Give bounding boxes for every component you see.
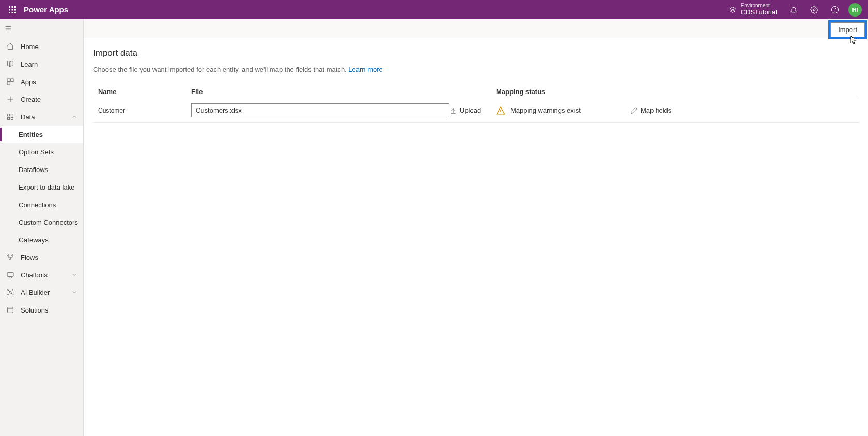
nav-collapse-toggle[interactable]	[0, 19, 83, 38]
svg-rect-20	[8, 114, 10, 116]
grid-header-row: Name File Mapping status	[93, 88, 859, 98]
svg-rect-0	[9, 6, 10, 8]
svg-point-24	[8, 255, 9, 256]
nav-subitem-entities[interactable]: Entities	[0, 126, 83, 143]
svg-point-26	[10, 259, 11, 260]
nav-item-data[interactable]: Data	[0, 108, 83, 126]
flows-icon	[6, 253, 14, 261]
ai-builder-icon	[6, 288, 14, 297]
app-launcher-icon[interactable]	[3, 0, 22, 19]
col-header-status: Mapping status	[496, 88, 630, 96]
svg-line-36	[11, 293, 12, 294]
hamburger-icon	[4, 24, 12, 33]
left-nav: Home Learn Apps Create Data Entities Opt…	[0, 19, 84, 436]
nav-label: Create	[21, 96, 78, 103]
svg-rect-1	[12, 6, 13, 8]
grid-row: Customer Upload Mapping warnings ex	[93, 98, 859, 123]
app-title: Power Apps	[24, 5, 68, 14]
svg-rect-5	[14, 9, 16, 10]
nav-subitem-custom-connectors[interactable]: Custom Connectors	[0, 213, 83, 231]
nav-item-solutions[interactable]: Solutions	[0, 301, 83, 319]
svg-rect-2	[14, 6, 16, 8]
file-name-input[interactable]	[191, 103, 450, 117]
solutions-icon	[6, 306, 14, 314]
home-icon	[6, 42, 14, 51]
svg-rect-16	[11, 79, 13, 81]
svg-rect-27	[7, 272, 13, 276]
nav-label: Flows	[21, 254, 78, 261]
svg-point-25	[12, 255, 13, 256]
page-description-text: Choose the file you want imported for ea…	[93, 66, 348, 73]
nav-subitem-option-sets[interactable]: Option Sets	[0, 143, 83, 161]
nav-subitem-connections[interactable]: Connections	[0, 196, 83, 213]
nav-label: AI Builder	[21, 289, 65, 297]
svg-rect-17	[7, 82, 10, 85]
svg-point-9	[813, 9, 815, 11]
nav-item-ai-builder[interactable]: AI Builder	[0, 284, 83, 301]
import-button-highlight: Import	[828, 20, 867, 39]
app-header: Power Apps Environment CDSTutorial HI	[0, 0, 868, 19]
nav-subitem-export-lake[interactable]: Export to data lake	[0, 178, 83, 196]
learn-more-link[interactable]: Learn more	[348, 66, 382, 73]
svg-line-34	[11, 290, 12, 292]
command-bar: Import	[84, 19, 868, 38]
nav-label: Solutions	[21, 306, 78, 314]
svg-rect-8	[14, 12, 16, 13]
upload-button[interactable]: Upload	[450, 106, 496, 114]
apps-icon	[6, 77, 14, 86]
settings-icon[interactable]	[804, 0, 825, 19]
user-avatar[interactable]: HI	[848, 3, 862, 17]
nav-label: Chatbots	[21, 271, 65, 279]
nav-item-create[interactable]: Create	[0, 90, 83, 108]
svg-line-35	[8, 293, 10, 294]
nav-label: Export to data lake	[19, 183, 74, 191]
notifications-icon[interactable]	[783, 0, 804, 19]
map-fields-button[interactable]: Map fields	[630, 106, 859, 114]
nav-item-chatbots[interactable]: Chatbots	[0, 266, 83, 284]
chatbots-icon	[6, 271, 14, 279]
nav-label: Home	[21, 43, 78, 51]
edit-icon	[630, 107, 638, 114]
warning-icon	[496, 106, 505, 115]
nav-item-apps[interactable]: Apps	[0, 73, 83, 90]
svg-point-11	[835, 11, 835, 11]
upload-icon	[450, 107, 457, 114]
chevron-up-icon	[71, 114, 78, 120]
environment-picker[interactable]: Environment CDSTutorial	[722, 3, 783, 16]
svg-rect-23	[11, 117, 13, 119]
svg-point-40	[500, 112, 501, 113]
col-header-map-spacer	[630, 88, 859, 96]
col-header-file: File	[191, 88, 450, 96]
import-button[interactable]: Import	[830, 22, 865, 37]
environment-label: Environment	[741, 3, 777, 9]
content-panel: Import data Choose the file you want imp…	[84, 38, 868, 436]
environment-icon	[729, 6, 737, 14]
environment-name: CDSTutorial	[741, 9, 777, 17]
learn-icon	[6, 60, 14, 68]
svg-rect-37	[8, 307, 13, 313]
nav-item-home[interactable]: Home	[0, 38, 83, 55]
nav-label: Option Sets	[19, 148, 54, 156]
svg-rect-15	[7, 79, 10, 81]
app-shell: Home Learn Apps Create Data Entities Opt…	[0, 19, 868, 436]
nav-label: Custom Connectors	[19, 219, 78, 226]
nav-label: Data	[21, 113, 65, 121]
col-header-name: Name	[93, 88, 191, 96]
nav-label: Apps	[21, 78, 78, 86]
page-title: Import data	[93, 48, 859, 58]
import-grid: Name File Mapping status Customer Upload	[93, 88, 859, 123]
environment-text: Environment CDSTutorial	[741, 3, 777, 16]
nav-item-flows[interactable]: Flows	[0, 248, 83, 266]
chevron-down-icon	[71, 289, 78, 295]
nav-item-learn[interactable]: Learn	[0, 55, 83, 73]
chevron-down-icon	[71, 272, 78, 278]
help-icon[interactable]	[825, 0, 845, 19]
nav-subitem-gateways[interactable]: Gateways	[0, 231, 83, 248]
mapping-status-text: Mapping warnings exist	[510, 106, 581, 114]
page-description: Choose the file you want imported for ea…	[93, 66, 859, 73]
svg-rect-6	[9, 12, 10, 13]
nav-subitem-dataflows[interactable]: Dataflows	[0, 161, 83, 178]
nav-label: Entities	[19, 131, 43, 138]
row-entity-name: Customer	[93, 107, 191, 114]
svg-rect-4	[12, 9, 13, 10]
